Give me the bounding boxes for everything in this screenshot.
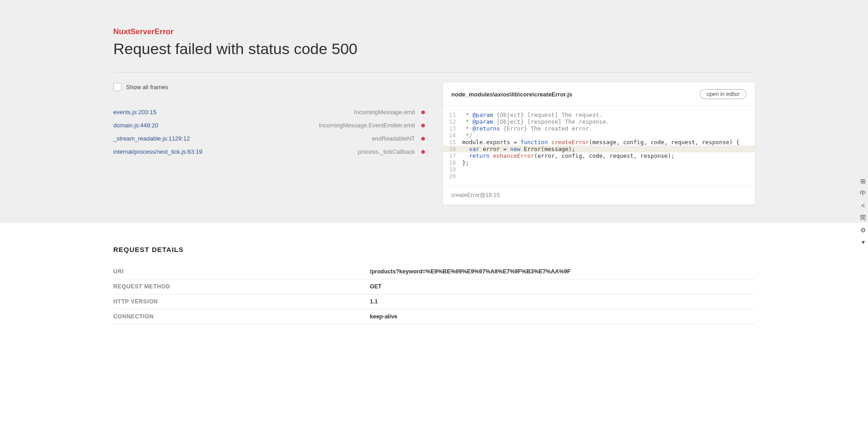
frame-item[interactable]: events.js:203:15IncomingMessage.emit (113, 106, 425, 119)
side-toolbar: ⊞中<简⚙▾ (858, 175, 868, 248)
show-all-frames-checkbox[interactable] (113, 83, 121, 91)
frame-function: IncomingMessage.EventEmitter.emit (319, 122, 415, 129)
frame-file: events.js:203:15 (113, 109, 156, 116)
frame-indicator-dot (421, 124, 425, 127)
frame-file: domain.js:448:20 (113, 122, 158, 129)
frame-indicator-dot (421, 137, 425, 141)
collapse-icon[interactable]: ▾ (860, 238, 866, 246)
code-line: 19 (443, 166, 755, 173)
code-footer: createError@16:15 (443, 185, 755, 205)
line-content: module.exports = function createError(me… (462, 139, 755, 146)
line-number: 18 (443, 159, 462, 166)
translate-icon[interactable]: 中 (860, 189, 866, 197)
code-line: 18}; (443, 159, 755, 166)
line-number: 16 (443, 146, 462, 152)
line-number: 17 (443, 152, 462, 159)
line-content: * @param {Object} [response] The respons… (462, 118, 755, 125)
line-number: 12 (443, 118, 462, 125)
frame-function: IncomingMessage.emit (354, 109, 415, 116)
code-line: 16 var error = new Error(message); (443, 146, 755, 152)
error-message: Request failed with status code 500 (113, 40, 755, 58)
settings-icon[interactable]: ⚙ (860, 227, 866, 234)
request-details-title: REQUEST DETAILS (113, 246, 755, 253)
code-line: 14 */ (443, 132, 755, 139)
detail-key: URI (113, 264, 370, 279)
simplified-icon[interactable]: 简 (860, 214, 866, 222)
line-number: 19 (443, 166, 462, 173)
frame-indicator-dot (421, 111, 425, 114)
line-content: * @param {Object} [request] The request. (462, 111, 755, 118)
frame-function: process._tickCallback (358, 148, 415, 155)
show-all-frames-label: Show all frames (126, 84, 168, 91)
detail-value: GET (370, 279, 755, 294)
line-content: * @returns {Error} The created error. (462, 125, 755, 132)
line-number: 13 (443, 125, 462, 132)
detail-value: /products?keyword=%E9%BE%99%E9%97%A8%E7%… (370, 264, 755, 279)
detail-key: Connection (113, 309, 370, 324)
table-row: URI/products?keyword=%E9%BE%99%E9%97%A8%… (113, 264, 755, 279)
frame-item[interactable]: domain.js:448:20IncomingMessage.EventEmi… (113, 119, 425, 132)
frame-indicator-dot (421, 150, 425, 154)
code-line: 11 * @param {Object} [request] The reque… (443, 111, 755, 118)
frame-item[interactable]: _stream_readable.js:1129:12endReadableNT (113, 132, 425, 145)
header-divider (113, 72, 755, 73)
detail-key: HTTP Version (113, 294, 370, 309)
frame-list: events.js:203:15IncomingMessage.emitdoma… (113, 106, 425, 158)
code-line: 13 * @returns {Error} The created error. (443, 125, 755, 132)
detail-value: keep-alive (370, 309, 755, 324)
code-body: 11 * @param {Object} [request] The reque… (443, 106, 755, 185)
code-line: 12 * @param {Object} [response] The resp… (443, 118, 755, 125)
line-content: return enhanceError(error, config, code,… (462, 152, 755, 159)
detail-value: 1.1 (370, 294, 755, 309)
line-content: var error = new Error(message); (462, 146, 755, 152)
line-number: 11 (443, 111, 462, 118)
code-line: 17 return enhanceError(error, config, co… (443, 152, 755, 159)
table-row: Request MethodGET (113, 279, 755, 294)
code-line: 15module.exports = function createError(… (443, 139, 755, 146)
line-number: 20 (443, 173, 462, 180)
frame-file: _stream_readable.js:1129:12 (113, 135, 190, 142)
open-in-editor-button[interactable]: open in editor (700, 89, 747, 99)
line-number: 15 (443, 139, 462, 146)
frame-function: endReadableNT (372, 135, 415, 142)
error-type: NuxtServerError (113, 27, 755, 36)
code-icon[interactable]: < (860, 202, 866, 209)
line-content: }; (462, 159, 755, 166)
table-row: Connectionkeep-alive (113, 309, 755, 324)
request-details-table: URI/products?keyword=%E9%BE%99%E9%97%A8%… (113, 264, 755, 324)
table-row: HTTP Version1.1 (113, 294, 755, 309)
expand-icon[interactable]: ⊞ (860, 177, 866, 185)
line-content (462, 173, 755, 180)
frame-file: internal/process/next_tick.js:63:19 (113, 148, 202, 155)
line-content (462, 166, 755, 173)
detail-key: Request Method (113, 279, 370, 294)
code-line: 20 (443, 173, 755, 180)
frame-item[interactable]: internal/process/next_tick.js:63:19proce… (113, 145, 425, 158)
line-content: */ (462, 132, 755, 139)
code-panel: node_modules\axios\lib\core\createError.… (443, 83, 755, 205)
line-number: 14 (443, 132, 462, 139)
code-file-path: node_modules\axios\lib\core\createError.… (451, 91, 572, 98)
